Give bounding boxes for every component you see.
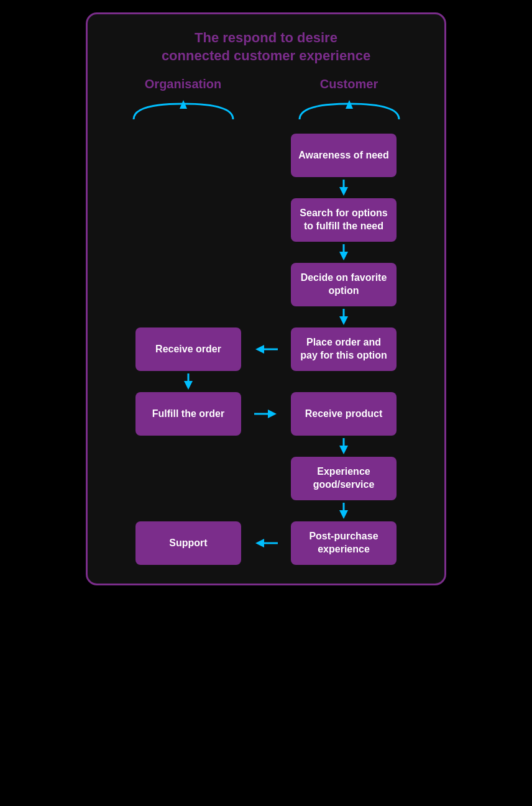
arrow-experience-post (291, 500, 397, 521)
arrow-post-to-support (250, 531, 282, 556)
row-decide: Decide on favorite option (100, 263, 432, 306)
arrow-receive-product-experience (291, 436, 397, 457)
search-box: Search for options to fulfill the need (291, 198, 397, 242)
svg-marker-5 (339, 252, 348, 260)
arrow-row-3 (100, 306, 432, 327)
arrow-search-decide (291, 242, 397, 263)
svg-marker-17 (339, 510, 348, 519)
diagram-title: The respond to desire connected customer… (100, 29, 432, 65)
cust-column-label: Customer (287, 77, 411, 91)
brace-row (100, 98, 432, 122)
arrow-row-4 (100, 371, 432, 392)
experience-box: Experience good/service (291, 457, 397, 500)
svg-marker-3 (339, 187, 348, 196)
svg-marker-15 (339, 446, 348, 454)
receive-order-box: Receive order (135, 327, 241, 371)
arrow-receive-fulfill (135, 371, 241, 392)
svg-marker-7 (339, 316, 348, 325)
diagram-container: The respond to desire connected customer… (86, 12, 446, 585)
arrow-awareness-search (291, 177, 397, 198)
arrow-row-1 (100, 177, 432, 198)
awareness-box: Awareness of need (291, 134, 397, 177)
svg-marker-9 (255, 345, 264, 354)
org-column-label: Organisation (121, 77, 245, 91)
fulfill-order-box: Fulfill the order (135, 392, 241, 436)
row-awareness: Awareness of need (100, 134, 432, 177)
flow-area: Awareness of need (100, 134, 432, 565)
org-block-1 (126, 134, 250, 177)
arrow-decide-place (291, 306, 397, 327)
decide-box: Decide on favorite option (291, 263, 397, 306)
svg-marker-11 (184, 381, 193, 390)
cust-block-1: Awareness of need (282, 134, 406, 177)
row-search: Search for options to fulfill the need (100, 198, 432, 242)
row-fulfill-receive-product: Fulfill the order Receive product (100, 392, 432, 436)
arrow-row-5 (100, 436, 432, 457)
arrow-row-6 (100, 500, 432, 521)
row-experience: Experience good/service (100, 457, 432, 500)
support-box: Support (135, 521, 241, 565)
column-headers: Organisation Customer (100, 77, 432, 91)
arrow-row-2 (100, 242, 432, 263)
post-purchase-box: Post-purchase experience (291, 521, 397, 565)
arrow-place-to-receive (250, 337, 282, 362)
org-brace (127, 98, 239, 122)
cust-brace (293, 98, 405, 122)
place-order-box: Place order and pay for this option (291, 327, 397, 371)
svg-marker-13 (268, 410, 277, 418)
svg-marker-19 (255, 539, 264, 547)
row-support-post: Support Post-purchase experience (100, 521, 432, 565)
row-place-receive: Receive order Place order and pay for th… (100, 327, 432, 371)
receive-product-box: Receive product (291, 392, 397, 436)
arrow-fulfill-to-receive-product (250, 401, 282, 426)
